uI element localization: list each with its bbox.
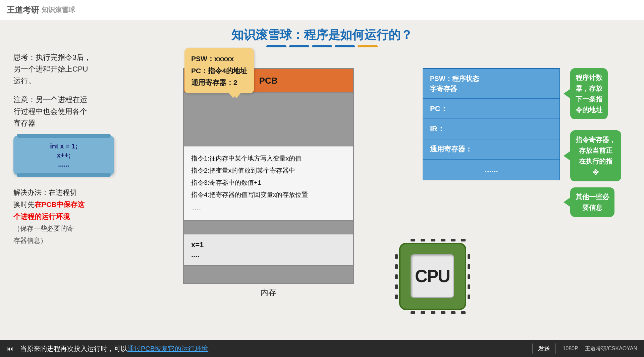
title-dot-1 — [266, 45, 286, 47]
cpu-pins-bottom — [411, 311, 466, 314]
play-btn[interactable]: ⏮ — [7, 345, 13, 353]
logo-text: 王道考研 — [7, 5, 39, 15]
solution-highlight: 在PCB中保存这个进程的运行环境 — [13, 200, 85, 220]
tooltip-line2: PC：指令4的地址 — [191, 65, 247, 77]
pin-right-4 — [468, 284, 470, 289]
tooltip-line1: PSW：xxxxx — [191, 53, 247, 65]
annotation-ir: 指令寄存器， 存放当前正 在执行的指 令 — [564, 130, 631, 181]
pin-left-5 — [395, 295, 398, 299]
title-area: 知识滚雪球：程序是如何运行的？ — [13, 27, 631, 47]
center-panel: PSW：xxxxx PC：指令4的地址 通用寄存器：2 PCB 指令1:往内存中… — [124, 51, 413, 331]
pin-bot-1 — [411, 311, 415, 314]
instruction-1: 指令1:往内存中某个地方写入变量x的值 — [191, 152, 345, 165]
title-dot-5 — [358, 45, 378, 47]
pin-left-1 — [395, 254, 398, 259]
top-bar: 王道考研 知识滚雪球 — [0, 0, 644, 20]
annotation-other: 其他一些必 要信息 — [564, 187, 631, 217]
reg-pc: PC： — [423, 99, 559, 119]
slide-title: 知识滚雪球：程序是如何运行的？ — [13, 27, 631, 43]
tooltip-line3: 通用寄存器：2 — [191, 77, 247, 89]
pin-bot-5 — [451, 311, 455, 314]
title-dot-2 — [289, 45, 309, 47]
pin-top-5 — [451, 239, 455, 241]
pin-left-3 — [395, 274, 398, 279]
pin-left-4 — [395, 284, 398, 289]
pin-bot-2 — [421, 311, 425, 314]
left-panel: 思考：执行完指令3后，另一个进程开始上CPU运行。 注意：另一个进程在运行过程中… — [13, 51, 114, 331]
code-scroll: int x = 1; x++; ...... — [13, 136, 114, 175]
pin-bot-6 — [461, 311, 466, 314]
reg-ir: IR： — [423, 119, 559, 139]
main-content: 知识滚雪球：程序是如何运行的？ 思考：执行完指令3后，另一个进程开始上CPU运行… — [0, 20, 644, 340]
annotations-col: 程序计数 器，存放 下一条指 令的地址 指令寄存器， 存放当前正 在执行的指 令… — [564, 68, 631, 217]
pin-top-3 — [431, 239, 435, 241]
instruction-dots: ...... — [191, 202, 345, 214]
channel-label: 1080P 王道考研/CSKAOYAN — [562, 345, 637, 352]
title-underline — [13, 45, 631, 47]
mem-label: 内存 — [260, 287, 276, 298]
mem-block-data: x=1 .... — [184, 234, 353, 266]
title-dot-3 — [312, 45, 332, 47]
cpu-pins-right — [468, 254, 470, 299]
pin-top-2 — [421, 239, 425, 241]
cpu-label: CPU — [415, 266, 450, 286]
memory-diagram: PCB 指令1:往内存中某个地方写入变量x的值 指令2:把变量x的值放到某个寄存… — [183, 68, 354, 284]
code-dots: ...... — [58, 161, 69, 168]
annotation-pc-box: 程序计数 器，存放 下一条指 令的地址 — [570, 68, 608, 119]
reg-general: 通用寄存器： — [423, 139, 559, 160]
title-dot-4 — [335, 45, 355, 47]
instruction-3: 指令3:寄存器中的数值+1 — [191, 177, 345, 189]
content-layout: 思考：执行完指令3后，另一个进程开始上CPU运行。 注意：另一个进程在运行过程中… — [13, 51, 631, 331]
reg-psw: PSW：程序状态 字寄存器 — [423, 69, 559, 99]
logo-area: 王道考研 知识滚雪球 — [7, 5, 75, 15]
intro-text: 思考：执行完指令3后，另一个进程开始上CPU运行。 — [13, 51, 114, 87]
pin-right-1 — [468, 254, 470, 259]
cpu-area: CPU — [396, 239, 470, 313]
pin-top-4 — [441, 239, 445, 241]
pin-bot-4 — [441, 311, 445, 314]
mem-block-gray-bot — [184, 266, 353, 283]
pin-left-2 — [395, 264, 398, 269]
pin-top-1 — [411, 239, 415, 241]
mem-block-gray-top — [184, 93, 353, 146]
data-value: x=1 — [191, 240, 345, 249]
tooltip-bubble: PSW：xxxxx PC：指令4的地址 通用寄存器：2 — [184, 48, 254, 93]
annotation-ir-box: 指令寄存器， 存放当前正 在执行的指 令 — [570, 130, 621, 181]
bottom-text-prefix: 当原来的进程再次投入运行时，可以 — [20, 345, 127, 352]
annotation-other-box: 其他一些必 要信息 — [570, 187, 614, 217]
instruction-4: 指令4:把寄存器的值写回变量x的存放位置 — [191, 189, 345, 201]
data-dots: .... — [191, 251, 345, 259]
register-box: PSW：程序状态 字寄存器 PC： IR： 通用寄存器： ...... — [423, 68, 560, 180]
cpu-pins-top — [411, 239, 466, 241]
bottom-text-highlight: 通过PCB恢复它的运行环境 — [127, 345, 208, 352]
pin-right-5 — [468, 295, 470, 299]
bottom-text: 当原来的进程再次投入运行时，可以通过PCB恢复它的运行环境 — [20, 344, 526, 353]
annotation-pc: 程序计数 器，存放 下一条指 令的地址 — [564, 68, 631, 119]
pin-right-3 — [468, 274, 470, 279]
pin-top-6 — [461, 239, 466, 241]
mem-block-instructions: 指令1:往内存中某个地方写入变量x的值 指令2:把变量x的值放到某个寄存器中 指… — [184, 146, 353, 221]
send-btn[interactable]: 发送 — [532, 343, 556, 354]
cpu-outer: CPU — [399, 243, 466, 310]
instruction-2: 指令2:把变量x的值放到某个寄存器中 — [191, 165, 345, 177]
mem-block-gray-mid — [184, 221, 353, 234]
solution-note: （保存一些必要的寄存器信息） — [13, 225, 74, 244]
cpu-inner: CPU — [411, 254, 454, 298]
code-line2: x++; — [57, 151, 70, 159]
cpu-pins-left — [395, 254, 398, 299]
bottom-bar: ⏮ 当原来的进程再次投入运行时，可以通过PCB恢复它的运行环境 发送 1080P… — [0, 340, 644, 357]
solution-text: 解决办法：在进程切换时先在PCB中保存这个进程的运行环境 （保存一些必要的寄存器… — [13, 186, 114, 246]
code-line1: int x = 1; — [50, 142, 77, 150]
pin-bot-3 — [431, 311, 435, 314]
channel-name: 王道考研/CSKAOYAN — [585, 346, 637, 351]
pin-right-2 — [468, 264, 470, 269]
reg-dots: ...... — [423, 160, 559, 180]
note-text: 注意：另一个进程在运行过程中也会使用各个寄存器 — [13, 94, 114, 129]
logo-sub: 知识滚雪球 — [42, 5, 75, 14]
